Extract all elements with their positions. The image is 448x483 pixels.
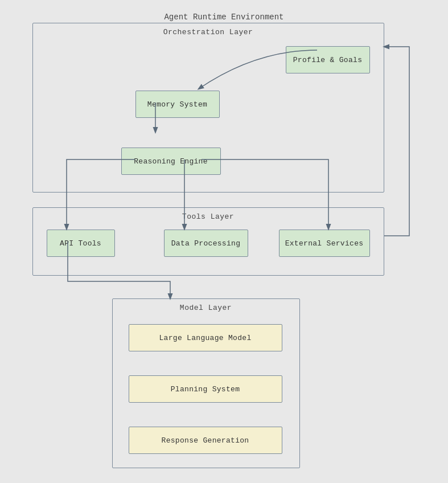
response-node: Response Generation <box>129 427 282 454</box>
orchestration-label: Orchestration Layer <box>33 28 384 36</box>
model-label: Model Layer <box>113 304 299 312</box>
memory-system-node: Memory System <box>135 91 220 118</box>
tools-layer: Tools Layer API Tools Data Processing Ex… <box>32 207 384 276</box>
model-layer: Model Layer Large Language Model Plannin… <box>112 298 300 468</box>
tools-label: Tools Layer <box>33 212 384 221</box>
api-tools-node: API Tools <box>47 230 115 257</box>
planning-node: Planning System <box>129 375 282 403</box>
main-title: Agent Runtime Environment <box>11 13 438 22</box>
profile-goals-node: Profile & Goals <box>286 46 370 73</box>
reasoning-engine-node: Reasoning Engine <box>121 148 221 175</box>
data-processing-node: Data Processing <box>164 230 248 257</box>
external-services-node: External Services <box>279 230 370 257</box>
orchestration-layer: Orchestration Layer Profile & Goals Memo… <box>32 23 384 193</box>
diagram: Agent Runtime Environment Orchestration … <box>11 8 438 475</box>
llm-node: Large Language Model <box>129 324 282 351</box>
